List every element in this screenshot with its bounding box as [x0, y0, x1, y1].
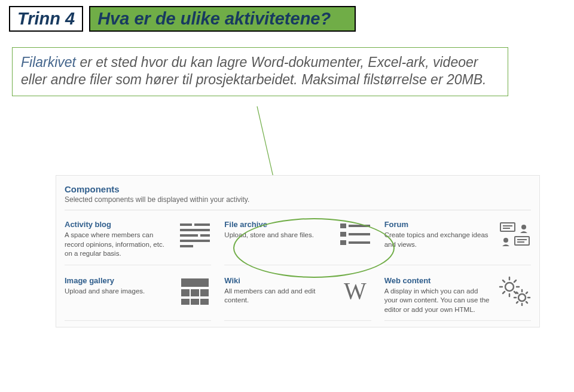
svg-line-44 [517, 292, 518, 293]
svg-rect-24 [191, 289, 199, 296]
card-title: Image gallery [65, 276, 173, 285]
list-lines-icon [339, 220, 371, 250]
svg-rect-9 [349, 225, 370, 227]
svg-line-35 [503, 280, 505, 282]
step-badge: Trinn 4 [9, 6, 83, 32]
svg-rect-5 [200, 234, 210, 237]
svg-rect-12 [340, 240, 346, 245]
svg-rect-27 [191, 299, 199, 305]
component-forum[interactable]: Forum Create topics and exchange ideas a… [384, 220, 531, 265]
card-title: Activity blog [65, 220, 173, 229]
svg-rect-3 [180, 229, 210, 231]
svg-rect-13 [349, 241, 370, 244]
card-desc: Upload and share images. [65, 287, 173, 296]
svg-point-17 [521, 225, 526, 229]
components-grid: Activity blog A space where members can … [65, 220, 531, 321]
component-image-gallery[interactable]: Image gallery Upload and share images. [65, 276, 211, 321]
svg-rect-23 [181, 289, 190, 296]
card-title: Wiki [224, 276, 332, 285]
card-desc: Create topics and exchange ideas and vie… [384, 231, 493, 249]
callout-body: er et sted hvor du kan lagre Word-dokume… [21, 54, 486, 87]
svg-line-36 [514, 292, 516, 293]
component-file-archive[interactable]: File archive Upload, store and share fil… [224, 220, 371, 265]
svg-rect-2 [194, 223, 210, 226]
svg-rect-28 [200, 299, 209, 305]
svg-point-39 [518, 294, 526, 301]
card-desc: A space where members can record opinion… [65, 231, 173, 259]
svg-rect-26 [181, 299, 190, 305]
callout-box: Filarkivet er et sted hvor du kan lagre … [12, 47, 508, 96]
panel-title: Components [65, 184, 531, 194]
svg-rect-6 [180, 240, 210, 242]
component-web-content[interactable]: Web content A display in which you can a… [384, 276, 531, 321]
svg-rect-22 [181, 278, 209, 287]
wiki-icon: W [339, 276, 371, 306]
svg-rect-8 [340, 223, 346, 228]
card-title: Forum [384, 220, 493, 229]
panel-subtitle: Selected components will be displayed wi… [65, 195, 531, 204]
svg-point-30 [505, 283, 514, 291]
component-wiki[interactable]: Wiki All members can add and edit conten… [224, 276, 371, 321]
forum-icon [499, 220, 531, 250]
svg-rect-10 [340, 232, 346, 237]
components-panel: Components Selected components will be d… [56, 175, 540, 327]
callout-lead: Filarkivet [21, 54, 76, 70]
svg-rect-25 [200, 289, 209, 296]
svg-rect-11 [349, 233, 370, 235]
svg-rect-7 [180, 245, 193, 247]
svg-line-47 [526, 292, 527, 293]
component-activity-blog[interactable]: Activity blog A space where members can … [65, 220, 211, 265]
svg-line-37 [503, 292, 505, 293]
gallery-icon [179, 276, 211, 306]
separator [65, 210, 531, 210]
text-lines-icon [179, 220, 211, 250]
svg-point-18 [503, 238, 508, 243]
svg-rect-14 [500, 223, 515, 231]
svg-line-45 [526, 302, 527, 303]
svg-rect-1 [180, 223, 192, 226]
svg-line-38 [514, 280, 516, 282]
gears-icon [499, 276, 531, 306]
card-desc: A display in which you can add your own … [384, 287, 493, 315]
card-desc: All members can add and edit content. [224, 287, 332, 305]
card-desc: Upload, store and share files. [224, 231, 332, 240]
svg-rect-4 [180, 234, 198, 237]
card-title: Web content [384, 276, 493, 285]
question-banner: Hva er de ulike aktivitetene? [89, 6, 356, 32]
svg-rect-19 [515, 237, 529, 245]
svg-text:W: W [344, 277, 367, 304]
card-title: File archive [224, 220, 332, 229]
svg-line-46 [517, 302, 518, 303]
